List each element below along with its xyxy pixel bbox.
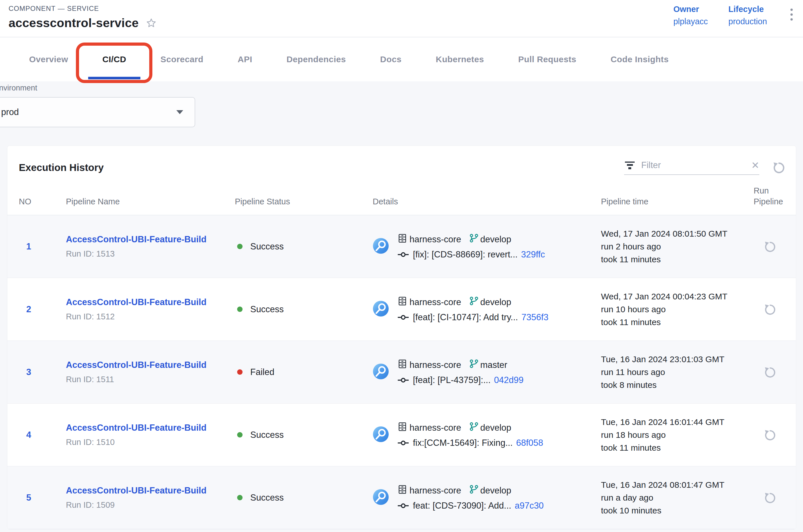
pipeline-name-link[interactable]: AccessControl-UBI-Feature-Build <box>66 297 207 307</box>
tab-cicd[interactable]: CI/CD <box>85 37 144 81</box>
pipeline-status-cell: Success <box>235 242 373 252</box>
rerun-pipeline-icon[interactable] <box>764 303 777 316</box>
tab-overview[interactable]: Overview <box>12 37 85 81</box>
pipeline-ran-ago: run a day ago <box>601 491 753 504</box>
run-id: Run ID: 1512 <box>66 312 235 321</box>
col-pipeline-name: Pipeline Name <box>66 196 235 215</box>
commit-message: [fix]: [CDS-88669]: revert... <box>413 249 518 260</box>
commit-message: feat: [CDS-73090]: Add... <box>413 500 511 511</box>
commit-hash-link[interactable]: a97c30 <box>515 500 544 511</box>
lifecycle-block: Lifecycle production <box>728 4 767 26</box>
execution-history-panel: Execution History ✕ NO Pipeline Name Pip… <box>7 146 796 529</box>
tab-scorecard[interactable]: Scorecard <box>143 37 220 81</box>
environment-select[interactable]: prod <box>0 97 195 127</box>
table-header: NO Pipeline Name Pipeline Status Details… <box>7 185 796 215</box>
filter-input[interactable] <box>641 160 746 170</box>
pipeline-ran-ago: run 11 hours ago <box>601 366 753 378</box>
repository-icon <box>398 296 407 308</box>
git-commit-icon <box>398 375 409 385</box>
col-details: Details <box>373 196 601 215</box>
col-pipeline-time: Pipeline time <box>601 196 753 215</box>
tab-api[interactable]: API <box>221 37 269 81</box>
status-label: Success <box>250 304 284 315</box>
branch-name: develop <box>480 486 511 496</box>
tab-pull-requests[interactable]: Pull Requests <box>501 37 594 81</box>
tab-kubernetes[interactable]: Kubernetes <box>419 37 501 81</box>
repository-icon <box>398 422 407 434</box>
pipeline-duration: took 10 minutes <box>601 504 753 517</box>
commit-message: [feat]: [PL-43759]:... <box>413 375 491 385</box>
git-commit-icon <box>398 249 409 260</box>
pipeline-duration: took 11 minutes <box>601 441 753 454</box>
branch-name: master <box>480 360 508 370</box>
details-cell: harness-core develop <box>373 484 601 511</box>
pipeline-execution-icon[interactable] <box>373 238 389 255</box>
tab-dependencies[interactable]: Dependencies <box>269 37 363 81</box>
repo-branch-line: harness-core develop <box>398 422 543 434</box>
commit-message: fix:[CCM-15649]: Fixing... <box>413 438 513 448</box>
tab-code-insights[interactable]: Code Insights <box>594 37 686 81</box>
rerun-pipeline-icon[interactable] <box>764 429 777 441</box>
pipeline-name-link[interactable]: AccessControl-UBI-Feature-Build <box>66 423 207 433</box>
branch-name: develop <box>480 234 511 245</box>
branch-name: develop <box>480 297 511 307</box>
rerun-pipeline-icon[interactable] <box>764 491 777 504</box>
git-branch-icon <box>469 233 479 245</box>
rerun-pipeline-icon[interactable] <box>764 366 777 379</box>
environment-label: Environment <box>0 83 803 93</box>
commit-hash-link[interactable]: 042d99 <box>494 375 523 385</box>
details-cell: harness-core master <box>373 359 601 385</box>
pipeline-ran-ago: run 10 hours ago <box>601 303 753 316</box>
pipeline-execution-icon[interactable] <box>373 426 389 443</box>
run-id: Run ID: 1513 <box>66 249 235 259</box>
pipeline-name-link[interactable]: AccessControl-UBI-Feature-Build <box>66 486 207 496</box>
row-number: 1 <box>19 242 66 252</box>
environment-section: Environment prod <box>0 81 803 127</box>
tab-docs[interactable]: Docs <box>363 37 419 81</box>
pipeline-timestamp: Tue, 16 Jan 2024 08:01:47 GMT <box>601 478 753 491</box>
pipeline-name-cell: AccessControl-UBI-Feature-Build Run ID: … <box>66 297 235 321</box>
pipeline-name-link[interactable]: AccessControl-UBI-Feature-Build <box>66 360 207 370</box>
pipeline-time-cell: Wed, 17 Jan 2024 08:01:50 GMT run 2 hour… <box>601 227 753 266</box>
page-title: accesscontrol-service <box>8 16 139 30</box>
pipeline-ran-ago: run 18 hours ago <box>601 429 753 441</box>
pipeline-status-cell: Success <box>235 304 373 315</box>
owner-label: Owner <box>673 4 708 14</box>
environment-selected-value: prod <box>1 107 19 117</box>
pipeline-execution-icon[interactable] <box>373 363 389 381</box>
panel-title: Execution History <box>19 162 104 173</box>
status-dot <box>237 244 243 249</box>
row-number: 4 <box>19 430 66 440</box>
run-id: Run ID: 1509 <box>66 500 235 510</box>
rerun-pipeline-icon[interactable] <box>764 240 777 253</box>
pipeline-execution-icon[interactable] <box>373 301 389 318</box>
row-number: 5 <box>19 493 66 503</box>
pipeline-execution-icon[interactable] <box>373 489 389 506</box>
pipeline-status-cell: Failed <box>235 367 373 377</box>
more-options-icon[interactable] <box>788 4 796 24</box>
pipeline-status-cell: Success <box>235 493 373 503</box>
commit-hash-link[interactable]: 7356f3 <box>521 312 549 323</box>
col-run-pipeline: Run Pipeline <box>753 185 787 215</box>
chevron-down-icon <box>176 110 183 114</box>
favorite-star-icon[interactable] <box>146 17 157 29</box>
status-dot <box>237 369 243 375</box>
owner-link[interactable]: plplayacc <box>673 17 708 26</box>
status-label: Success <box>250 493 284 503</box>
commit-message: [feat]: [CI-10747]: Add try... <box>413 312 518 323</box>
pipeline-time-cell: Tue, 16 Jan 2024 08:01:47 GMT run a day … <box>601 478 753 517</box>
clear-filter-icon[interactable]: ✕ <box>751 160 760 170</box>
pipeline-name-link[interactable]: AccessControl-UBI-Feature-Build <box>66 234 207 245</box>
pipeline-name-cell: AccessControl-UBI-Feature-Build Run ID: … <box>66 360 235 384</box>
table-row: 5 AccessControl-UBI-Feature-Build Run ID… <box>7 467 796 529</box>
repo-branch-line: harness-core develop <box>398 296 549 308</box>
commit-hash-link[interactable]: 68f058 <box>516 438 543 448</box>
git-commit-icon <box>398 500 409 511</box>
commit-hash-link[interactable]: 329ffc <box>521 249 545 260</box>
table-row: 1 AccessControl-UBI-Feature-Build Run ID… <box>7 215 796 278</box>
repository-icon <box>398 233 407 245</box>
lifecycle-value: production <box>728 17 767 26</box>
lifecycle-label: Lifecycle <box>728 4 767 14</box>
status-label: Failed <box>250 367 274 377</box>
refresh-icon[interactable] <box>772 161 786 174</box>
